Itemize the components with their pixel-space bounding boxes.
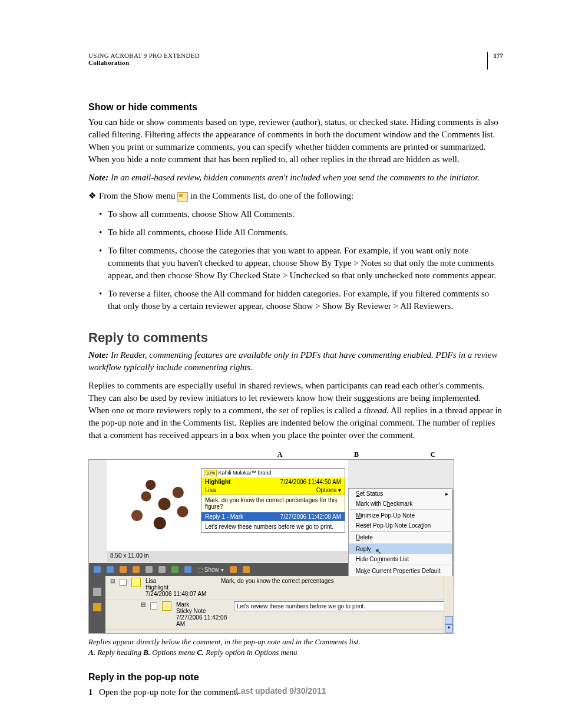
key-a: A. [88, 648, 95, 657]
left-sidebar [89, 576, 105, 633]
page-number: 177 [487, 52, 504, 70]
figure-callout-labels: A B C [88, 450, 454, 459]
popup-note[interactable]: 10% Kahili Molokai™ brand Highlight 7/24… [201, 468, 345, 533]
header-left: USING ACROBAT 9 PRO EXTENDED Collaborati… [88, 52, 200, 66]
sticky-note-icon [162, 601, 171, 611]
comments-toolbar: ⬚ Show ▾ [89, 563, 348, 576]
date: 7/24/2006 11:48:07 AM [146, 591, 216, 597]
checkbox[interactable] [120, 579, 127, 586]
show-menu-icon [177, 192, 188, 202]
comment-meta: Mark Sticky Note 7/27/2006 11:42:08 AM [176, 601, 229, 627]
menu-set-status[interactable]: Set Status [349, 489, 452, 499]
type: Sticky Note [176, 608, 229, 614]
filter-icon[interactable] [243, 566, 250, 573]
popup-body[interactable]: Mark, do you know the correct percentage… [201, 495, 345, 512]
menu-separator [350, 531, 451, 532]
menu-mark-checkmark[interactable]: Mark with Checkmark [349, 499, 452, 509]
reply-body: Replies to comments are especially usefu… [88, 380, 503, 442]
popup-author: Lisa [205, 487, 216, 493]
figure-key: A. Reply heading B. Options menu C. Repl… [88, 648, 503, 657]
menu-separator [350, 543, 451, 543]
figure: A B C 10% Kahili Molokai™ brand Highligh… [88, 450, 503, 634]
heading-reply-popup: Reply in the pop-up note [88, 672, 503, 683]
menu-reply[interactable]: Reply [349, 544, 452, 554]
highlight-icon [131, 578, 141, 587]
cursor-icon: ↖ [375, 547, 382, 556]
bullet-item: To reverse a filter, choose the All comm… [99, 288, 503, 312]
step-post: in the Comments list, do one of the foll… [190, 191, 353, 200]
show-menu-button[interactable]: ⬚ Show ▾ [197, 566, 224, 573]
callout-b: B [318, 450, 395, 459]
key-c-text: Reply option in Options menu [204, 648, 297, 657]
comments-list: ⊟ Lisa Highlight 7/24/2006 11:48:07 AM M… [105, 576, 454, 633]
next-icon[interactable] [120, 566, 127, 573]
menu-hide-comments-list[interactable]: Hide Comments List [349, 554, 452, 564]
popup-date: 7/24/2006 11:44:50 AM [280, 479, 341, 485]
key-b-text: Options menu [150, 648, 197, 657]
reply-body-text[interactable]: Let's review these numbers before we go … [201, 521, 345, 532]
screenshot: 10% Kahili Molokai™ brand Highlight 7/24… [88, 459, 454, 634]
author: Mark [176, 601, 229, 608]
key-c: C. [197, 648, 204, 657]
comments-panel-icon[interactable] [93, 603, 101, 611]
scrollbar[interactable]: ▾ [444, 576, 454, 633]
show-menu-step: ❖ From the Show menu in the Comments lis… [88, 190, 503, 202]
menu-reset-location[interactable]: Reset Pop-Up Note Location [349, 521, 452, 531]
show-hide-body: You can hide or show comments based on t… [88, 116, 503, 166]
figure-caption: Replies appear directly below the commen… [88, 637, 503, 647]
menu-minimize-popup[interactable]: Minimize Pop-Up Note [349, 510, 452, 521]
menu-make-default[interactable]: Make Current Properties Default [349, 566, 452, 576]
menu-separator [350, 565, 451, 565]
menu-delete[interactable]: Delete [349, 532, 452, 542]
callout-c: C [395, 450, 471, 459]
percent-badge: 10% [204, 470, 217, 476]
collapse-all-icon[interactable] [107, 566, 114, 573]
reply-date: 7/27/2006 11:42:08 AM [280, 513, 341, 520]
reply-header[interactable]: Reply 1 - Mark 7/27/2006 11:42:08 AM [201, 512, 345, 521]
date: 7/27/2006 11:42:08 AM [176, 614, 229, 627]
scrollbar-down-icon[interactable]: ▾ [445, 624, 453, 633]
coffee-beans-image [110, 466, 201, 542]
doc-title: USING ACROBAT 9 PRO EXTENDED [88, 52, 200, 59]
step-pre: From the Show menu [99, 191, 177, 200]
type: Highlight [146, 584, 216, 591]
note-label: Note: [88, 173, 108, 182]
callout-a: A [242, 450, 318, 459]
set-status-icon[interactable] [171, 566, 178, 573]
scrollbar-thumb[interactable] [445, 616, 453, 624]
popup-type: Highlight [205, 479, 230, 485]
comment-text-input[interactable]: Let's review these numbers before we go … [234, 601, 449, 611]
heading-show-hide: Show or hide comments [88, 102, 503, 113]
thread-term: thread [364, 406, 387, 415]
popup-subheader: Lisa Options ▾ [201, 486, 345, 495]
comment-row[interactable]: ⊟ Lisa Highlight 7/24/2006 11:48:07 AM M… [105, 576, 454, 599]
expand-toggle[interactable]: ⊟ [110, 578, 115, 584]
attachment-icon[interactable] [93, 588, 101, 596]
popup-header[interactable]: Highlight 7/24/2006 11:44:50 AM [201, 477, 345, 486]
note-text: In an email-based review, hidden comment… [108, 173, 480, 182]
expand-toggle[interactable]: ⊟ [141, 601, 146, 608]
note-label: Note: [88, 350, 108, 360]
page: USING ACROBAT 9 PRO EXTENDED Collaborati… [0, 0, 562, 728]
trash-icon[interactable] [158, 566, 166, 573]
brand-line: 10% Kahili Molokai™ brand [201, 469, 345, 477]
prev-icon[interactable] [133, 566, 140, 573]
author: Lisa [146, 578, 216, 584]
key-b: B. [143, 648, 150, 657]
heading-reply-comments: Reply to comments [88, 330, 503, 345]
reply-note: Note: In Reader, commenting features are… [88, 349, 503, 374]
show-hide-note: Note: In an email-based review, hidden c… [88, 172, 503, 184]
options-menu-trigger[interactable]: Options ▾ [316, 487, 341, 493]
brand-text: Kahili Molokai™ brand [217, 470, 272, 476]
comment-row-reply[interactable]: ⊟ Mark Sticky Note 7/27/2006 11:42:08 AM… [105, 599, 454, 630]
checkbox[interactable] [150, 602, 157, 610]
expand-all-icon[interactable] [94, 566, 101, 573]
reply-icon[interactable] [146, 566, 153, 573]
options-context-menu[interactable]: Set Status Mark with Checkmark Minimize … [348, 488, 452, 587]
doc-section: Collaboration [88, 59, 200, 66]
page-header: USING ACROBAT 9 PRO EXTENDED Collaborati… [88, 52, 503, 70]
diamond-marker: ❖ [88, 190, 96, 202]
checkmark-icon[interactable] [184, 566, 191, 573]
show-hide-bullets: To show all comments, choose Show All Co… [88, 208, 503, 312]
sort-icon[interactable] [230, 566, 237, 573]
